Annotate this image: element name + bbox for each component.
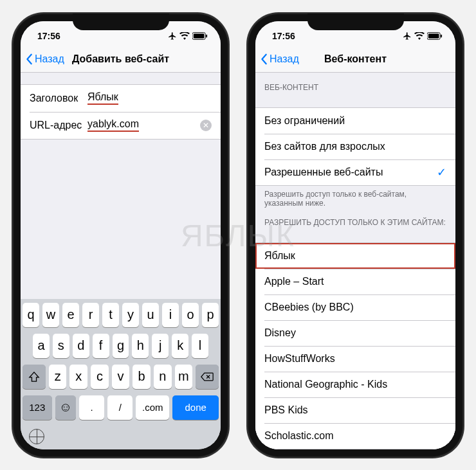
- title-value: Яблык: [87, 91, 118, 105]
- key-g[interactable]: g: [113, 334, 129, 358]
- key-w[interactable]: w: [42, 303, 59, 327]
- key-k[interactable]: k: [172, 334, 188, 358]
- key-h[interactable]: h: [132, 334, 149, 358]
- svg-rect-1: [194, 33, 205, 38]
- key-m[interactable]: m: [175, 365, 193, 389]
- screen-right: 17:56 Назад Веб-контент ВЕБ-КОНТЕНТ Без …: [255, 21, 455, 449]
- site-row[interactable]: Apple – Start: [255, 269, 455, 294]
- option-allowed-only[interactable]: Разрешенные веб-сайты✓: [255, 159, 455, 185]
- key-b[interactable]: b: [133, 365, 151, 389]
- key-a[interactable]: a: [33, 334, 50, 358]
- key-l[interactable]: l: [192, 334, 208, 358]
- section-header-allowed-sites: РАЗРЕШИТЬ ДОСТУП ТОЛЬКО К ЭТИМ САЙТАМ:: [255, 208, 455, 231]
- key-row-3: z x c v b n m: [23, 365, 219, 389]
- key-v[interactable]: v: [112, 365, 130, 389]
- svg-rect-5: [441, 34, 442, 37]
- key-e[interactable]: e: [62, 303, 79, 327]
- dot-key[interactable]: .: [79, 395, 104, 420]
- content-right: ВЕБ-КОНТЕНТ Без ограничений Без сайтов д…: [255, 73, 455, 449]
- wifi-icon: [179, 32, 190, 40]
- site-row[interactable]: Scholastic.com: [255, 423, 455, 449]
- notch: [307, 14, 404, 30]
- keyboard: q w e r t y u i o p a s d f g h j k l: [21, 299, 221, 449]
- key-row-4: 123 ☺ . / .com done: [23, 395, 219, 420]
- site-row[interactable]: PBS Kids: [255, 397, 455, 423]
- shift-key[interactable]: [23, 365, 46, 389]
- key-y[interactable]: y: [122, 303, 139, 327]
- screen-left: 17:56 Назад Добавить веб-сайт Заголовок …: [21, 21, 221, 449]
- back-button[interactable]: Назад: [261, 53, 299, 65]
- globe-icon[interactable]: [29, 429, 44, 444]
- svg-rect-2: [206, 34, 207, 37]
- status-time: 17:56: [37, 31, 60, 41]
- battery-icon: [427, 32, 443, 40]
- option-limit-adult[interactable]: Без сайтов для взрослых: [255, 134, 455, 159]
- url-label: URL-адрес: [30, 120, 87, 131]
- svg-rect-4: [428, 33, 439, 38]
- key-j[interactable]: j: [152, 334, 169, 358]
- com-key[interactable]: .com: [136, 395, 169, 420]
- wifi-icon: [414, 32, 425, 40]
- backspace-key[interactable]: [196, 365, 219, 389]
- option-unrestricted[interactable]: Без ограничений: [255, 108, 455, 134]
- key-n[interactable]: n: [154, 365, 172, 389]
- site-row[interactable]: HowStuffWorks: [255, 346, 455, 372]
- slash-key[interactable]: /: [107, 395, 133, 420]
- key-z[interactable]: z: [49, 365, 67, 389]
- section-header-web-content: ВЕБ-КОНТЕНТ: [255, 73, 455, 96]
- site-row[interactable]: Disney: [255, 320, 455, 346]
- title-label: Заголовок: [30, 93, 87, 104]
- notch: [73, 14, 169, 30]
- key-s[interactable]: s: [53, 334, 69, 358]
- page-title: Добавить веб-сайт: [72, 53, 169, 65]
- key-row-2: a s d f g h j k l: [23, 334, 219, 358]
- page-title: Веб-контент: [324, 53, 387, 65]
- key-c[interactable]: c: [91, 365, 109, 389]
- status-time: 17:56: [272, 31, 295, 41]
- airplane-icon: [403, 32, 412, 41]
- site-row[interactable]: Smithsonian Institution: [255, 449, 455, 449]
- key-p[interactable]: p: [202, 303, 219, 327]
- site-row[interactable]: CBeebies (by BBC): [255, 294, 455, 320]
- phone-right: 17:56 Назад Веб-контент ВЕБ-КОНТЕНТ Без …: [248, 14, 463, 457]
- airplane-icon: [168, 32, 177, 41]
- key-t[interactable]: t: [102, 303, 119, 327]
- clear-icon[interactable]: ✕: [200, 120, 212, 131]
- key-i[interactable]: i: [162, 303, 179, 327]
- nav-bar: Назад Добавить веб-сайт: [21, 47, 221, 73]
- site-row[interactable]: Яблык: [255, 243, 455, 269]
- content-left: Заголовок Яблык URL-адрес yablyk.com ✕: [21, 73, 221, 299]
- check-icon: ✓: [437, 165, 446, 179]
- battery-icon: [192, 32, 208, 40]
- key-f[interactable]: f: [93, 334, 109, 358]
- nav-bar: Назад Веб-контент: [255, 47, 455, 73]
- section-footer: Разрешить доступ только к веб-сайтам, ук…: [255, 186, 455, 208]
- key-q[interactable]: q: [23, 303, 39, 327]
- url-value: yablyk.com: [87, 118, 139, 132]
- done-key[interactable]: done: [172, 395, 219, 420]
- emoji-key[interactable]: ☺: [55, 395, 77, 420]
- title-field-row[interactable]: Заголовок Яблык: [21, 85, 221, 112]
- key-x[interactable]: x: [69, 365, 87, 389]
- back-label: Назад: [35, 53, 64, 65]
- back-label: Назад: [270, 53, 299, 65]
- site-row[interactable]: National Geographic - Kids: [255, 372, 455, 397]
- back-button[interactable]: Назад: [26, 53, 64, 65]
- key-d[interactable]: d: [73, 334, 89, 358]
- url-field-row[interactable]: URL-адрес yablyk.com ✕: [21, 112, 221, 139]
- phone-left: 17:56 Назад Добавить веб-сайт Заголовок …: [13, 14, 228, 457]
- key-row-1: q w e r t y u i o p: [23, 303, 219, 327]
- numbers-key[interactable]: 123: [23, 395, 52, 420]
- key-u[interactable]: u: [142, 303, 159, 327]
- key-r[interactable]: r: [82, 303, 99, 327]
- key-o[interactable]: o: [182, 303, 199, 327]
